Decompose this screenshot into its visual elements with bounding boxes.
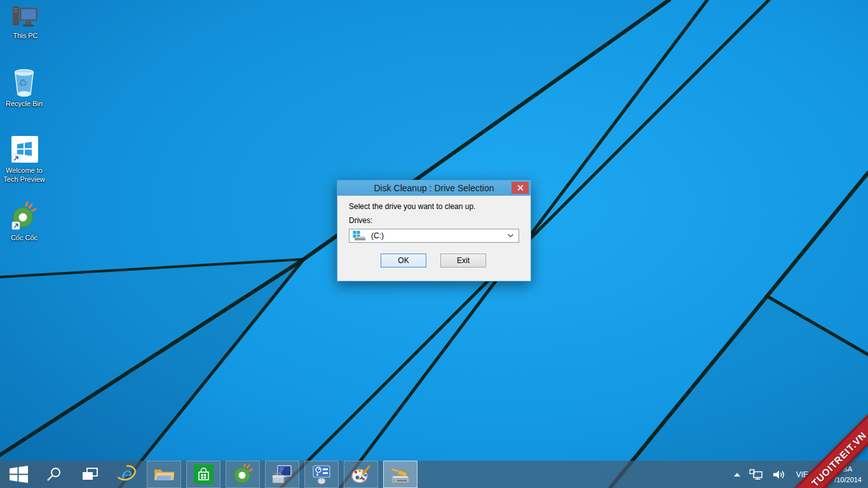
taskbar-control-panel-button[interactable]: [304, 461, 339, 488]
desktop-icon-label: Recycle Bin: [3, 100, 46, 109]
computer-toolbox-icon: [272, 465, 292, 484]
taskbar-internet-explorer-button[interactable]: e: [109, 461, 144, 488]
desktop-icon-coccoc[interactable]: Cốc Cốc: [3, 201, 46, 243]
disk-cleanup-dialog: Disk Cleanup : Drive Selection Select th…: [337, 180, 531, 281]
dialog-titlebar[interactable]: Disk Cleanup : Drive Selection: [337, 180, 531, 196]
coccoc-icon: [9, 201, 39, 233]
close-icon: [517, 185, 524, 191]
dialog-title: Disk Cleanup : Drive Selection: [374, 183, 494, 193]
drives-label: Drives:: [349, 216, 372, 225]
windows-logo-icon: [8, 464, 29, 484]
taskbar-file-explorer-button[interactable]: [147, 461, 181, 488]
chevron-down-icon: [508, 234, 513, 238]
task-view-icon: [81, 467, 98, 482]
welcome-tech-preview-icon: [10, 135, 39, 165]
control-panel-icon: [311, 464, 332, 485]
internet-explorer-icon: e: [116, 464, 137, 485]
network-tray-button[interactable]: [745, 461, 768, 488]
selected-drive: (C:): [371, 231, 508, 240]
taskbar: e: [0, 461, 868, 488]
search-button[interactable]: [37, 461, 71, 488]
taskbar-computer-button[interactable]: [265, 461, 299, 488]
taskbar-disk-cleanup-button[interactable]: [383, 461, 417, 488]
desktop-icon-label: This PC: [4, 32, 47, 41]
desktop: This PC ♻ Recycle Bin Welcome to Tech Pr…: [0, 0, 868, 488]
network-icon: [749, 469, 764, 480]
dialog-message: Select the drive you want to clean up.: [349, 202, 475, 211]
file-explorer-icon: [154, 466, 175, 483]
paint-icon: [351, 465, 371, 484]
drive-select-dropdown[interactable]: (C:): [349, 229, 519, 243]
taskbar-coccoc-button[interactable]: [226, 461, 260, 488]
exit-button[interactable]: Exit: [440, 254, 486, 268]
search-icon: [46, 466, 62, 483]
desktop-icon-recycle-bin[interactable]: ♻ Recycle Bin: [3, 65, 46, 109]
coccoc-icon: [233, 464, 254, 485]
recycle-bin-icon: ♻: [10, 65, 39, 98]
store-icon: [194, 464, 214, 484]
this-pc-icon: [11, 4, 40, 30]
disk-cleanup-icon: [390, 465, 410, 484]
ok-button[interactable]: OK: [381, 254, 426, 268]
drive-icon: [353, 231, 366, 241]
volume-tray-button[interactable]: [768, 461, 790, 488]
desktop-icon-welcome[interactable]: Welcome to Tech Preview: [3, 135, 46, 184]
taskbar-store-button[interactable]: [186, 461, 220, 488]
task-view-button[interactable]: [72, 461, 107, 488]
close-button[interactable]: [512, 182, 529, 194]
start-button[interactable]: [1, 461, 36, 488]
chevron-up-icon: [734, 473, 740, 477]
desktop-icon-this-pc[interactable]: This PC: [4, 4, 47, 41]
tray-expand-button[interactable]: [729, 461, 745, 488]
desktop-icon-label: Cốc Cốc: [3, 234, 46, 243]
desktop-icon-label: Welcome to Tech Preview: [3, 166, 46, 184]
speaker-icon: [773, 470, 785, 480]
taskbar-paint-button[interactable]: [344, 461, 378, 488]
